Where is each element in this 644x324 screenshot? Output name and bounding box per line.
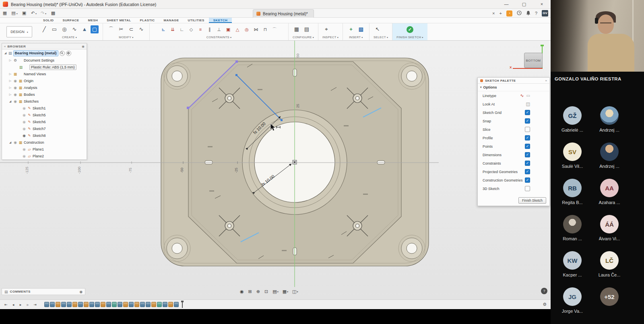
palette-row-control[interactable]: [525, 169, 530, 174]
timeline-feature-icon[interactable]: [44, 302, 49, 307]
display-settings-icon[interactable]: ▤▾: [272, 289, 278, 294]
browser-row-label[interactable]: Sketch6: [33, 120, 46, 124]
visibility-eye-icon[interactable]: ◉: [22, 154, 26, 158]
palette-row-control[interactable]: [525, 161, 530, 166]
select-icon[interactable]: ↖: [374, 25, 382, 33]
sketch-palette-header[interactable]: SKETCH PALETTE »: [478, 78, 549, 84]
modeling-canvas[interactable]: -125 -100 -75 -50 -25 25 50: [0, 41, 551, 299]
design-workspace-dropdown[interactable]: DESIGN: [6, 26, 32, 37]
ordinate-dimension-icon[interactable]: ⇊: [169, 26, 176, 33]
browser-root-row[interactable]: ◢ ▤ Bearing Housing (metal): [2, 50, 87, 57]
participant-avatar[interactable]: JG: [563, 287, 582, 306]
extend-icon[interactable]: ∿: [137, 25, 145, 33]
participant-tile[interactable]: Andrzej ...: [591, 138, 628, 174]
ribbon-tab[interactable]: MANAGE: [159, 18, 184, 23]
visibility-eye-icon[interactable]: ◉: [22, 147, 26, 151]
participant-tile[interactable]: ÁÁ Álvaro Vi...: [591, 210, 628, 246]
expand-arrow-icon[interactable]: ◢: [8, 100, 12, 103]
origin-marker[interactable]: [293, 160, 297, 164]
browser-row[interactable]: ◉ ✎ Sketch7: [2, 125, 87, 132]
palette-row-control[interactable]: [525, 135, 530, 140]
comments-expand-icon[interactable]: ◉: [79, 290, 83, 294]
help-icon[interactable]: ?: [535, 11, 537, 16]
timeline-feature-icon[interactable]: [67, 302, 72, 307]
collapse-palette-icon[interactable]: »: [545, 79, 547, 83]
palette-options-section[interactable]: ▾ Options: [478, 84, 549, 91]
focus-target-icon[interactable]: [66, 51, 71, 56]
fit-icon[interactable]: ⊡: [264, 289, 268, 294]
participant-tile[interactable]: Andrzej ...: [591, 101, 628, 138]
browser-row-label[interactable]: Sketch1: [33, 106, 46, 110]
browser-row-label[interactable]: Sketch7: [33, 127, 46, 131]
visibility-eye-icon[interactable]: ⚙: [13, 58, 17, 62]
browser-row-label[interactable]: Sketch5: [33, 113, 46, 117]
browser-row[interactable]: ◉ ✎ Sketch5: [2, 111, 87, 118]
browser-row[interactable]: ▷ ◉ ▦ Origin: [2, 77, 87, 84]
timeline-feature-icon[interactable]: [106, 302, 111, 307]
panel-options-icon[interactable]: ◉: [82, 45, 85, 48]
pan-icon[interactable]: ⊞: [248, 289, 252, 294]
visibility-eye-icon[interactable]: ◉: [13, 79, 17, 83]
zoom-icon[interactable]: ⊕: [256, 289, 260, 294]
visibility-eye-icon[interactable]: ◉: [22, 113, 26, 117]
participant-tile[interactable]: RB Regita B...: [554, 174, 591, 210]
slot-icon[interactable]: ▢: [91, 25, 99, 33]
visibility-eye-icon[interactable]: ▥: [19, 65, 23, 69]
participant-tile[interactable]: KW Kacper ...: [554, 246, 591, 283]
close-button[interactable]: ×: [533, 0, 551, 9]
spline-icon[interactable]: ∿: [70, 25, 78, 33]
expand-arrow-icon[interactable]: ▷: [8, 59, 12, 62]
palette-row-control[interactable]: [525, 177, 530, 183]
ribbon-tab[interactable]: SKETCH: [209, 18, 232, 23]
viewports-icon[interactable]: ◫▾: [292, 289, 298, 294]
circle-icon[interactable]: ◎: [60, 25, 68, 33]
timeline-feature-icon[interactable]: [112, 302, 117, 307]
minimize-button[interactable]: —: [497, 0, 515, 9]
file-menu-icon[interactable]: ▤: [10, 10, 19, 16]
play-button[interactable]: ▸: [18, 302, 23, 307]
participant-avatar[interactable]: SV: [563, 142, 582, 161]
insert-canvas-icon[interactable]: +: [347, 25, 355, 33]
insert-dropdown[interactable]: INSERT: [347, 35, 365, 39]
browser-row[interactable]: ▷ ⚙ Document Settings: [2, 57, 87, 64]
timeline-feature-icon[interactable]: [157, 302, 162, 307]
timeline-feature-icon[interactable]: [72, 302, 77, 307]
orbit-icon[interactable]: ◉: [240, 289, 244, 294]
fillet-icon[interactable]: ⌒: [107, 25, 115, 33]
inspect-dropdown[interactable]: INSPECT: [322, 35, 339, 39]
browser-row[interactable]: ◉ ✎ Sketch8: [2, 132, 87, 139]
expand-arrow-icon[interactable]: ◢: [4, 52, 7, 55]
timeline-feature-icon[interactable]: [163, 302, 167, 307]
timeline-feature-icon[interactable]: [134, 302, 139, 307]
timeline-feature-icon[interactable]: [151, 302, 156, 307]
timeline-feature-icon[interactable]: [168, 302, 173, 307]
palette-row-control[interactable]: [525, 186, 530, 191]
ribbon-tab[interactable]: SHEET METAL: [102, 18, 135, 23]
select-dropdown[interactable]: SELECT: [374, 35, 388, 39]
save-icon[interactable]: ▣: [19, 10, 29, 16]
browser-row[interactable]: ◉ ▱ Plane2: [2, 153, 87, 159]
offset-icon[interactable]: ⊂: [127, 25, 135, 33]
timeline-feature-icon[interactable]: [50, 302, 55, 307]
participant-tile[interactable]: SV Saulė Vil...: [554, 138, 591, 174]
ribbon-tab[interactable]: SURFACE: [58, 18, 83, 23]
participant-avatar[interactable]: LČ: [600, 251, 619, 270]
browser-row-label[interactable]: Sketch8: [33, 134, 46, 138]
participant-avatar[interactable]: +52: [600, 287, 619, 306]
timeline-feature-icon[interactable]: [95, 302, 100, 307]
browser-row-label[interactable]: Named Views: [24, 72, 46, 76]
parallel-icon[interactable]: ∥: [206, 26, 213, 33]
timeline-feature-icon[interactable]: [56, 302, 60, 307]
expand-arrow-icon[interactable]: ▷: [8, 86, 12, 89]
palette-row-control[interactable]: [525, 127, 530, 132]
comments-bar[interactable]: ▤ COMMENTS ◉: [2, 288, 85, 295]
view-cube-face[interactable]: BOTTOM: [524, 53, 543, 68]
visibility-eye-icon[interactable]: ◉: [22, 127, 26, 131]
visibility-eye-icon[interactable]: ◉: [22, 134, 26, 138]
measure-icon[interactable]: ⌖: [322, 25, 330, 33]
fix-unfix-icon[interactable]: ▣: [225, 26, 231, 33]
browser-row-label[interactable]: Sketches: [24, 99, 39, 103]
root-component-label[interactable]: Bearing Housing (metal): [13, 50, 58, 56]
finish-sketch-check-icon[interactable]: ✓: [407, 26, 413, 33]
expand-arrow-icon[interactable]: ▷: [8, 93, 12, 96]
